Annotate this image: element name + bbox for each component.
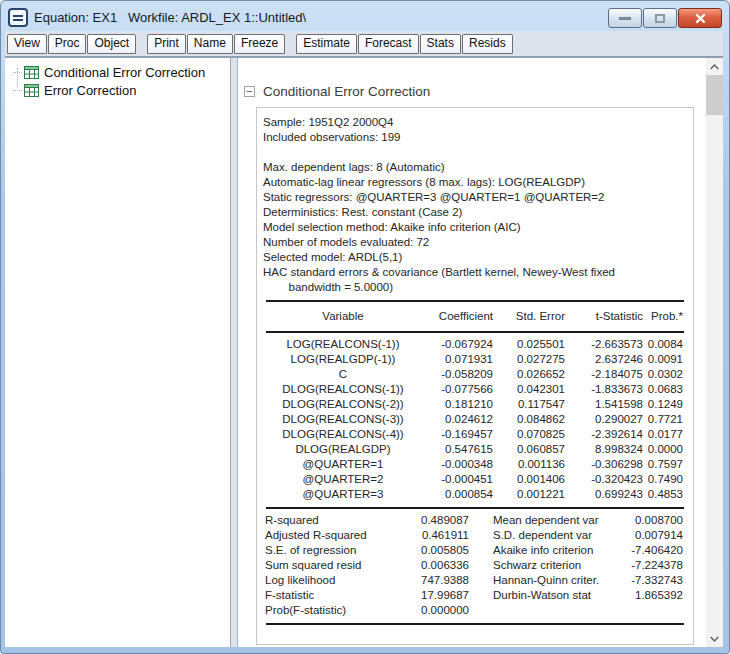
cell-t-statistic: -2.392614 — [565, 427, 643, 442]
toolbar-button[interactable]: Object — [87, 34, 136, 54]
spec-info-block: Sample: 1951Q2 2000Q4Included observatio… — [263, 115, 687, 295]
summary-stats-row: S.E. of regression 0.005805 Akaike info … — [263, 543, 687, 558]
cell-std-error: 0.026652 — [493, 367, 565, 382]
cell-coefficient: -0.169457 — [423, 427, 493, 442]
summary-stats-row: Sum squared resid 0.006336 Schwarz crite… — [263, 558, 687, 573]
spec-info-line: Selected model: ARDL(5,1) — [263, 250, 687, 265]
spec-info-line: Max. dependent lags: 8 (Automatic) — [263, 160, 687, 175]
toolbar-button[interactable]: Print — [147, 34, 186, 54]
window-title: Equation: EX1 Workfile: ARDL_EX 1::Untit… — [34, 10, 306, 25]
coef-table-row: DLOG(REALGDP) 0.547615 0.060857 8.998324… — [263, 442, 687, 457]
collapse-section-icon[interactable] — [244, 86, 255, 97]
tree-item[interactable]: Conditional Error Correction — [5, 63, 230, 81]
cell-coefficient: 0.024612 — [423, 412, 493, 427]
cell-coefficient: 0.071931 — [423, 352, 493, 367]
coef-table-row: DLOG(REALCONS(-4)) -0.169457 0.070825 -2… — [263, 427, 687, 442]
cell-std-error: 0.070825 — [493, 427, 565, 442]
cell-std-error: 0.117547 — [493, 397, 565, 412]
stat-label-right: Durbin-Watson stat — [469, 588, 619, 603]
cell-variable: LOG(REALCONS(-1)) — [263, 337, 423, 352]
toolbar-button[interactable]: Freeze — [234, 34, 285, 54]
toolbar-group-equation: EstimateForecastStatsResids — [296, 34, 513, 54]
toolbar-button[interactable]: Proc — [48, 34, 87, 54]
scrollbar-thumb[interactable] — [706, 75, 723, 115]
stat-label-right: Akaike info criterion — [469, 543, 619, 558]
stat-label-left: Log likelihood — [263, 573, 387, 588]
toolbar-button[interactable]: Forecast — [358, 34, 419, 54]
spec-info-line: Sample: 1951Q2 2000Q4 — [263, 115, 687, 130]
content-panel: Conditional Error Correction Sample: 195… — [237, 58, 706, 647]
stat-label-left: F-statistic — [263, 588, 387, 603]
spec-info-line: HAC standard errors & covariance (Bartle… — [263, 265, 687, 280]
coef-table-row: DLOG(REALCONS(-2)) 0.181210 0.117547 1.5… — [263, 397, 687, 412]
cell-t-statistic: 8.998324 — [565, 442, 643, 457]
stat-value-left: 0.461911 — [387, 528, 469, 543]
coef-table-row: @QUARTER=3 0.000854 0.001221 0.699243 0.… — [263, 487, 687, 502]
spec-info-line: Number of models evaluated: 72 — [263, 235, 687, 250]
stat-value-left: 0.006336 — [387, 558, 469, 573]
chevron-down-icon — [710, 636, 719, 642]
minimize-button[interactable] — [608, 8, 642, 28]
cell-coefficient: 0.000854 — [423, 487, 493, 502]
cell-variable: DLOG(REALGDP) — [263, 442, 423, 457]
section-title: Conditional Error Correction — [263, 84, 430, 99]
cell-prob: 0.0177 — [643, 427, 687, 442]
toolbar-group-actions: PrintNameFreeze — [147, 34, 286, 54]
stat-label-left: Prob(F-statistic) — [263, 603, 387, 618]
vertical-scrollbar[interactable] — [706, 58, 723, 647]
tree-item-label: Error Correction — [44, 83, 136, 98]
cell-t-statistic: -0.306298 — [565, 457, 643, 472]
cell-prob: 0.1249 — [643, 397, 687, 412]
cell-std-error: 0.084862 — [493, 412, 565, 427]
tree-item[interactable]: Error Correction — [5, 81, 230, 99]
table-rule-header — [266, 331, 684, 333]
summary-stats-row: F-statistic 17.99687 Durbin-Watson stat … — [263, 588, 687, 603]
toolbar-button[interactable]: Estimate — [296, 34, 357, 54]
table-rule-bottom — [266, 623, 684, 625]
cell-variable: @QUARTER=2 — [263, 472, 423, 487]
cell-t-statistic: -2.663573 — [565, 337, 643, 352]
window-controls — [608, 7, 722, 28]
tree-item-label: Conditional Error Correction — [44, 65, 205, 80]
summary-stats-row: Log likelihood 747.9388 Hannan-Quinn cri… — [263, 573, 687, 588]
stat-value-right: -7.332743 — [619, 573, 687, 588]
close-button[interactable] — [678, 8, 722, 28]
minimize-icon — [619, 17, 631, 20]
scroll-up-button[interactable] — [706, 58, 723, 75]
toolbar-button[interactable]: Name — [187, 34, 233, 54]
stat-label-right: Schwarz criterion — [469, 558, 619, 573]
cell-t-statistic: 1.541598 — [565, 397, 643, 412]
spec-info-line: Model selection method: Akaike info crit… — [263, 220, 687, 235]
cell-prob: 0.0683 — [643, 382, 687, 397]
title-bar[interactable]: Equation: EX1 Workfile: ARDL_EX 1::Untit… — [5, 4, 723, 31]
coef-table-header: Variable Coefficient Std. Error t-Statis… — [263, 306, 687, 326]
cell-t-statistic: -1.833673 — [565, 382, 643, 397]
cell-std-error: 0.025501 — [493, 337, 565, 352]
toolbar-group-object: ViewProcObject — [7, 34, 137, 54]
section-heading: Conditional Error Correction — [244, 84, 706, 99]
equation-system-menu-icon[interactable] — [8, 8, 28, 27]
chevron-up-icon — [710, 64, 719, 70]
cell-prob: 0.0091 — [643, 352, 687, 367]
cell-coefficient: -0.067924 — [423, 337, 493, 352]
cell-std-error: 0.001136 — [493, 457, 565, 472]
cell-variable: @QUARTER=1 — [263, 457, 423, 472]
cell-t-statistic: -2.184075 — [565, 367, 643, 382]
stat-label-left: S.E. of regression — [263, 543, 387, 558]
maximize-button[interactable] — [643, 8, 677, 28]
cell-std-error: 0.001406 — [493, 472, 565, 487]
cell-prob: 0.0000 — [643, 442, 687, 457]
cell-prob: 0.0302 — [643, 367, 687, 382]
stat-value-left: 747.9388 — [387, 573, 469, 588]
col-header-variable: Variable — [263, 309, 423, 324]
toolbar-button[interactable]: Resids — [462, 34, 513, 54]
scroll-down-button[interactable] — [706, 630, 723, 647]
cell-std-error: 0.001221 — [493, 487, 565, 502]
cell-std-error: 0.042301 — [493, 382, 565, 397]
toolbar-button[interactable]: View — [7, 34, 47, 54]
coef-table-row: C -0.058209 0.026652 -2.184075 0.0302 — [263, 367, 687, 382]
toolbar-button[interactable]: Stats — [420, 34, 461, 54]
view-tree-panel: Conditional Error Correction Error Corre… — [5, 58, 231, 647]
cell-std-error: 0.060857 — [493, 442, 565, 457]
coef-table-row: LOG(REALCONS(-1)) -0.067924 0.025501 -2.… — [263, 337, 687, 352]
